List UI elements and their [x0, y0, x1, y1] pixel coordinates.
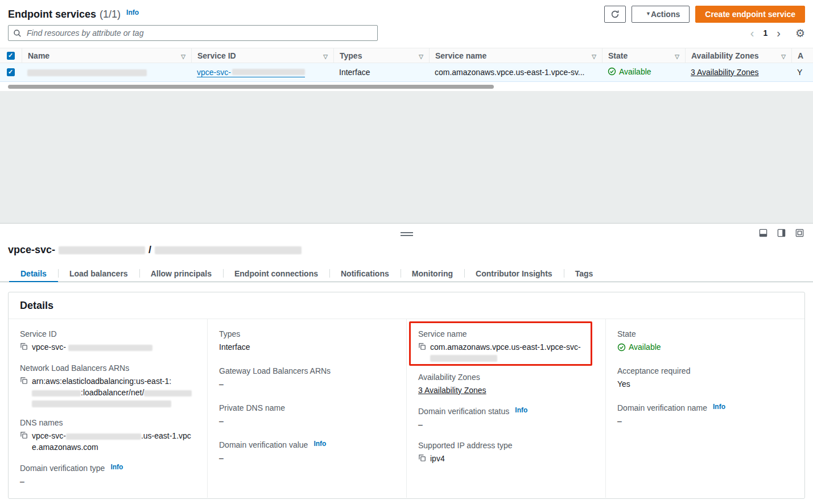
- field-service-name: Service name com.amazonaws.vpce.us-east-…: [418, 329, 594, 362]
- column-header-service-name[interactable]: Service name: [429, 48, 602, 63]
- column-header-service-id[interactable]: Service ID: [191, 48, 333, 63]
- row-checkbox[interactable]: [7, 68, 15, 76]
- field-acceptance-required: Acceptance required Yes: [617, 366, 793, 390]
- details-column-3: Service name com.amazonaws.vpce.us-east-…: [406, 319, 605, 498]
- column-header-types[interactable]: Types: [333, 48, 429, 63]
- redacted-value: [66, 433, 141, 440]
- column-header-availability-zones[interactable]: Availability Zones: [685, 48, 791, 63]
- details-column-1: Service ID vpce-svc- Network Load: [9, 319, 207, 498]
- copy-icon[interactable]: [20, 342, 28, 350]
- tab-contributor-insights[interactable]: Contributor Insights: [464, 265, 564, 282]
- details-column-2: Types Interface Gateway Load Balancers A…: [207, 319, 406, 498]
- details-card: Details Service ID vpce-svc-: [8, 292, 805, 499]
- split-panel-gap: [0, 91, 813, 224]
- panel-position-bottom-icon[interactable]: [759, 229, 767, 237]
- refresh-button[interactable]: [604, 6, 626, 23]
- details-card-title: Details: [9, 292, 804, 319]
- row-checkbox-cell: [0, 68, 22, 76]
- endpoint-services-list-panel: Endpoint services (1/1) Info Actions Cre…: [0, 0, 813, 91]
- availability-zones-link[interactable]: 3 Availability Zones: [691, 68, 759, 77]
- filter-icon[interactable]: [777, 51, 786, 60]
- field-private-dns-name: Private DNS name –: [219, 403, 395, 427]
- split-panel-resize-handle[interactable]: [401, 232, 413, 236]
- panel-fullscreen-icon[interactable]: [795, 229, 804, 237]
- endpoint-services-table: Name Service ID Types Service name State…: [0, 48, 813, 82]
- field-dns-names: DNS names vpce-svc-.us-east-1.vpce.amazo…: [20, 418, 196, 453]
- pagination-prev-icon[interactable]: [749, 27, 756, 39]
- table-row[interactable]: vpce-svc- Interface com.amazonaws.vpce.u…: [0, 63, 813, 82]
- header-info-link[interactable]: Info: [126, 9, 139, 16]
- search-input[interactable]: [26, 28, 373, 38]
- selected-resource-title: vpce-svc- /: [8, 244, 302, 256]
- search-icon: [13, 29, 22, 38]
- refresh-icon: [610, 10, 620, 19]
- column-header-state[interactable]: State: [602, 48, 685, 63]
- filter-icon[interactable]: [414, 51, 423, 60]
- create-endpoint-service-button[interactable]: Create endpoint service: [695, 6, 805, 23]
- field-service-id: Service ID vpce-svc-: [20, 329, 196, 353]
- filter-icon[interactable]: [319, 51, 328, 60]
- check-circle-icon: [617, 343, 626, 352]
- split-panel-layout-controls: [759, 229, 804, 237]
- tab-details[interactable]: Details: [9, 265, 58, 282]
- pagination-page-number: 1: [763, 28, 767, 38]
- row-service-name-cell: com.amazonaws.vpce.us-east-1.vpce-sv...: [429, 68, 602, 77]
- page-header: Endpoint services (1/1) Info Actions Cre…: [8, 5, 805, 24]
- resource-count: (1/1): [100, 9, 121, 20]
- field-state: State Available: [617, 329, 793, 353]
- horizontal-scrollbar[interactable]: [8, 85, 494, 89]
- pagination-next-icon[interactable]: [775, 27, 782, 39]
- service-id-link[interactable]: vpce-svc-: [197, 68, 305, 77]
- tab-notifications[interactable]: Notifications: [329, 265, 401, 282]
- aws-endpoint-services-page: { "labels": { "info": "Info", "dash": "–…: [0, 0, 813, 504]
- actions-button[interactable]: Actions: [632, 6, 690, 23]
- redacted-value: [68, 345, 152, 351]
- filter-icon[interactable]: [587, 51, 596, 60]
- tab-monitoring[interactable]: Monitoring: [401, 265, 464, 282]
- search-box: [8, 25, 378, 41]
- header-actions: Actions Create endpoint service: [604, 6, 805, 23]
- availability-zones-link[interactable]: 3 Availability Zones: [418, 385, 486, 396]
- redacted-value: [144, 390, 192, 396]
- column-header-acceptance[interactable]: A: [791, 48, 813, 63]
- filter-icon[interactable]: [176, 51, 185, 60]
- status-badge: Available: [608, 67, 651, 76]
- info-link[interactable]: Info: [515, 406, 527, 414]
- copy-icon[interactable]: [20, 377, 28, 385]
- row-acceptance-cell: Y: [791, 68, 813, 77]
- field-nlb-arns: Network Load Balancers ARNs arn:aws:elas…: [20, 363, 196, 407]
- field-supported-ip-address-type: Supported IP address type ipv4: [418, 441, 594, 464]
- filter-icon[interactable]: [670, 51, 679, 60]
- redacted-service-id: [232, 69, 305, 75]
- copy-icon[interactable]: [418, 454, 426, 462]
- field-types: Types Interface: [219, 329, 395, 353]
- copy-icon[interactable]: [418, 342, 426, 350]
- redacted-title-id: [59, 246, 145, 254]
- row-service-id-cell: vpce-svc-: [191, 68, 333, 77]
- check-circle-icon: [608, 67, 616, 76]
- table-header-row: Name Service ID Types Service name State…: [0, 48, 813, 63]
- redacted-value-line: [32, 400, 171, 407]
- detail-tabs: Details Load balancers Allow principals …: [0, 265, 813, 282]
- row-name-cell: [22, 68, 191, 77]
- info-link[interactable]: Info: [313, 440, 326, 448]
- tab-tags[interactable]: Tags: [564, 265, 605, 282]
- redacted-value-line: [430, 355, 497, 362]
- tab-allow-principals[interactable]: Allow principals: [139, 265, 223, 282]
- select-all-checkbox[interactable]: [7, 52, 15, 60]
- column-header-name[interactable]: Name: [22, 48, 191, 63]
- status-badge: Available: [617, 341, 661, 353]
- field-domain-verification-value: Domain verification value Info –: [219, 440, 395, 464]
- settings-gear-icon[interactable]: [795, 27, 805, 40]
- info-link[interactable]: Info: [110, 463, 123, 471]
- select-all-checkbox-cell: [0, 48, 22, 63]
- redacted-name: [27, 69, 147, 76]
- field-domain-verification-status: Domain verification status Info –: [418, 407, 594, 430]
- copy-icon[interactable]: [20, 431, 28, 439]
- pagination: 1: [749, 27, 805, 40]
- field-glb-arns: Gateway Load Balancers ARNs –: [219, 366, 395, 390]
- panel-position-side-icon[interactable]: [777, 229, 786, 237]
- tab-endpoint-connections[interactable]: Endpoint connections: [223, 265, 329, 282]
- tab-load-balancers[interactable]: Load balancers: [58, 265, 139, 282]
- info-link[interactable]: Info: [713, 403, 725, 411]
